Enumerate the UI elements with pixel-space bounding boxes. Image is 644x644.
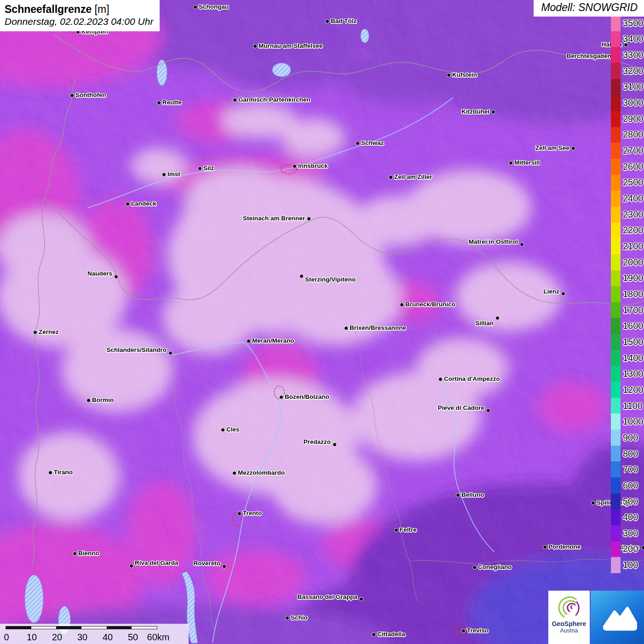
scalebar-segment	[81, 627, 107, 629]
city-dot	[356, 141, 360, 145]
colorbar-cell	[611, 127, 621, 143]
city-dot	[344, 326, 348, 330]
city-label: Cittadella	[377, 630, 405, 638]
colorbar-cell	[611, 207, 621, 223]
city-label: Brixen/Bressanone	[350, 324, 406, 332]
colorbar-tick-label: 2600	[621, 159, 644, 175]
city-dot	[73, 552, 77, 556]
scalebar-segment	[107, 627, 132, 629]
city-dot	[359, 597, 363, 601]
city-label: Sillian	[475, 319, 494, 328]
colorbar-cell	[611, 477, 621, 494]
colorbar-labels: 3500340033003200310030002900280027002600…	[621, 15, 644, 573]
colorbar-tick-label: 1600	[621, 318, 644, 334]
city-label: Zernez	[39, 328, 59, 336]
city-dot	[222, 564, 226, 569]
model-label: Modell: SNOWGRID	[534, 0, 644, 17]
colorbar-cells	[611, 15, 621, 573]
city-dot	[438, 377, 443, 381]
city-dot	[495, 316, 500, 320]
colorbar-cell	[611, 270, 621, 287]
colorbar-tick-label: 2300	[621, 207, 644, 223]
city-dot	[221, 428, 225, 432]
city-dot	[299, 274, 304, 278]
colorbar-cell	[611, 79, 621, 95]
colorbar-cell	[611, 494, 621, 510]
city-dot	[394, 528, 398, 532]
city-label: Kitzbühel	[461, 108, 489, 116]
city-dot	[486, 408, 490, 413]
colorbar-cell	[611, 430, 621, 446]
city-dot	[126, 202, 130, 206]
colorbar-cell	[611, 557, 621, 573]
geosphere-logo: GeoSphere Austria	[548, 591, 590, 644]
city-dot	[571, 146, 575, 150]
city-dot	[33, 330, 37, 334]
city-dot	[237, 512, 242, 516]
city-dot	[247, 339, 251, 343]
colorbar-cell	[611, 190, 621, 207]
city-dot	[162, 172, 166, 177]
city-dot	[509, 161, 513, 165]
city-dot	[285, 616, 289, 620]
scalebar-label: 50	[128, 632, 138, 643]
city-label: Riva del Garda	[135, 559, 178, 567]
scalebar-segment	[132, 627, 157, 629]
city-label: Innsbruck	[298, 162, 328, 170]
colorbar-cell	[611, 159, 621, 175]
city-dot	[70, 93, 74, 98]
colorbar-cell	[611, 414, 621, 430]
city-label: Bormio	[92, 396, 114, 404]
city-label: Bienno	[78, 549, 99, 558]
city-label: Sterzing/Vipiteno	[305, 276, 356, 284]
city-dot	[253, 44, 257, 48]
colorbar-tick-label: 1500	[621, 334, 644, 350]
city-label: Trento	[243, 509, 262, 518]
colorbar-cell	[611, 175, 621, 191]
colorbar-tick-label: 1400	[621, 350, 644, 366]
city-label: Meran/Merano	[252, 337, 294, 345]
colorbar-tick-label: 1100	[621, 398, 644, 414]
colorbar-tick-label: 300	[621, 525, 644, 541]
city-dot	[591, 501, 595, 505]
city-label: Kufstein	[452, 71, 477, 79]
city-label: Treviso	[467, 627, 489, 635]
colorbar-cell	[611, 238, 621, 254]
city-label: Predazzo	[304, 438, 331, 446]
city-label: Bad Tölz	[331, 17, 356, 25]
colorbar-tick-label: 500	[621, 494, 644, 510]
colorbar-cell	[611, 446, 621, 462]
city-label: Lienz	[543, 288, 559, 296]
geosphere-name: GeoSphere	[552, 620, 586, 627]
city-dot	[233, 98, 237, 102]
colorbar-tick-label: 600	[621, 477, 644, 494]
colorbar-cell	[611, 398, 621, 414]
city-dot	[279, 395, 283, 399]
city-label: Pieve di Cadore	[438, 404, 484, 412]
colorbar-cell	[611, 254, 621, 270]
partner-logo	[591, 591, 644, 644]
colorbar-tick-label: 2000	[621, 254, 644, 270]
colorbar-cell	[611, 366, 621, 382]
colorbar-cell	[611, 382, 621, 398]
city-label: Pordenone	[548, 543, 581, 551]
colorbar-cell	[611, 31, 621, 47]
colorbar-cell	[611, 95, 621, 111]
city-dot	[232, 471, 236, 475]
city-label: Silz	[203, 164, 214, 172]
city-label: Garmisch-Partenkirchen	[238, 96, 310, 104]
colorbar-cell	[611, 334, 621, 350]
city-label: Schongau	[199, 3, 229, 11]
colorbar-tick-label: 1800	[621, 286, 644, 302]
city-label: Schio	[291, 614, 308, 622]
colorbar-tick-label: 1200	[621, 382, 644, 398]
scalebar: 0102030405060km	[0, 624, 189, 644]
city-dot	[456, 493, 460, 497]
colorbar-cell	[611, 111, 621, 127]
scalebar-label: 0	[4, 632, 9, 643]
city-dot	[193, 5, 197, 9]
title-unit: [m]	[95, 3, 109, 15]
geosphere-swirl-icon	[555, 593, 583, 620]
colorbar-cell	[611, 223, 621, 239]
city-label: Sonthofen	[75, 91, 106, 99]
